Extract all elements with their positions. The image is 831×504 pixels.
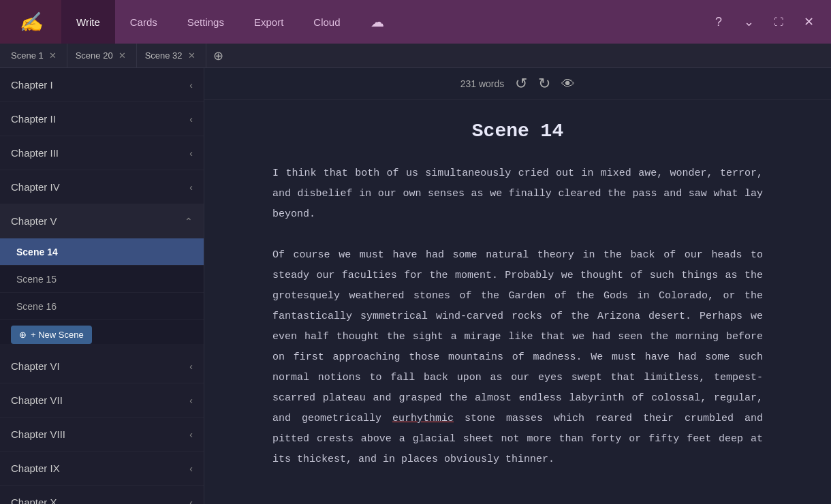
scene16-label: Scene 16	[16, 301, 57, 312]
new-scene-label: + New Scene	[31, 330, 84, 340]
tabbar: Scene 1 ✕ Scene 20 ✕ Scene 32 ✕ ⊕	[0, 44, 831, 68]
new-scene-icon: ⊕	[19, 330, 27, 340]
tab-scene20-close[interactable]: ✕	[117, 50, 128, 61]
chapter3-label: Chapter III	[11, 147, 59, 159]
tab-scene32[interactable]: Scene 32 ✕	[137, 44, 206, 68]
scene15-label: Scene 15	[16, 274, 57, 285]
sidebar-item-chapter7[interactable]: Chapter VII ‹	[0, 383, 204, 418]
fullscreen-icon: ⛶	[774, 16, 783, 27]
chapter9-arrow: ‹	[189, 463, 193, 474]
sidebar-item-chapter2[interactable]: Chapter II ‹	[0, 102, 204, 136]
nav-tabs: Write Cards Settings Export Cloud ☁	[61, 0, 399, 44]
close-icon: ✕	[804, 14, 814, 29]
chapter1-label: Chapter I	[11, 79, 53, 91]
minimize-icon: ⌄	[744, 14, 754, 29]
chapter7-arrow: ‹	[189, 395, 193, 406]
tab-scene1-label: Scene 1	[11, 50, 44, 61]
topbar-icons: ? ⌄ ⛶ ✕	[706, 9, 831, 35]
word-count: 231 words	[460, 78, 505, 89]
chapter4-label: Chapter IV	[11, 181, 60, 193]
chapter8-label: Chapter VIII	[11, 428, 65, 440]
chapter2-label: Chapter II	[11, 113, 56, 125]
redo-button[interactable]: ↻	[538, 75, 550, 93]
nav-cards[interactable]: Cards	[115, 0, 172, 44]
sidebar-item-chapter9[interactable]: Chapter IX ‹	[0, 452, 204, 486]
sidebar-item-chapter5[interactable]: Chapter V ⌃	[0, 204, 204, 238]
chapter1-arrow: ‹	[189, 80, 193, 91]
sidebar-item-chapter10[interactable]: Chapter X ‹	[0, 486, 204, 504]
nav-cloud-icon[interactable]: ☁	[356, 0, 399, 44]
undo-button[interactable]: ↺	[515, 75, 527, 93]
chapter5-label: Chapter V	[11, 215, 57, 227]
tab-scene1[interactable]: Scene 1 ✕	[3, 44, 67, 68]
chapter4-arrow: ‹	[189, 182, 193, 193]
content-toolbar: 231 words ↺ ↻ 👁	[204, 68, 831, 100]
new-scene-button[interactable]: ⊕ + New Scene	[11, 326, 92, 344]
sidebar-item-chapter1[interactable]: Chapter I ‹	[0, 68, 204, 102]
close-button[interactable]: ✕	[796, 9, 821, 35]
sidebar-item-chapter8[interactable]: Chapter VIII ‹	[0, 418, 204, 452]
app-logo-icon: ✍	[19, 11, 43, 33]
sidebar: Chapter I ‹ Chapter II ‹ Chapter III ‹ C…	[0, 68, 204, 504]
scene-title: Scene 14	[272, 121, 763, 142]
chapter10-label: Chapter X	[11, 497, 57, 504]
tab-scene32-label: Scene 32	[145, 50, 183, 61]
fullscreen-button[interactable]: ⛶	[766, 9, 791, 35]
sidebar-item-chapter6[interactable]: Chapter VI ‹	[0, 349, 204, 383]
tab-scene1-close[interactable]: ✕	[48, 50, 59, 61]
chapter2-arrow: ‹	[189, 114, 193, 125]
content-area: 231 words ↺ ↻ 👁 Scene 14 I think that bo…	[204, 68, 831, 504]
scene14-label: Scene 14	[16, 247, 58, 257]
sidebar-item-chapter4[interactable]: Chapter IV ‹	[0, 170, 204, 204]
nav-settings[interactable]: Settings	[172, 0, 239, 44]
chapter6-label: Chapter VI	[11, 360, 60, 372]
preview-button[interactable]: 👁	[561, 76, 575, 92]
help-button[interactable]: ?	[706, 9, 732, 35]
chapter9-label: Chapter IX	[11, 462, 60, 474]
add-tab-button[interactable]: ⊕	[206, 44, 230, 68]
nav-cloud[interactable]: Cloud	[298, 0, 355, 44]
tab-scene20-label: Scene 20	[76, 50, 113, 61]
help-icon: ?	[715, 15, 722, 29]
app-logo: ✍	[0, 0, 61, 44]
tab-scene20[interactable]: Scene 20 ✕	[67, 44, 137, 68]
chapter3-arrow: ‹	[189, 148, 193, 159]
chapter7-label: Chapter VII	[11, 394, 63, 406]
chapter6-arrow: ‹	[189, 361, 193, 372]
scene-item-16[interactable]: Scene 16	[0, 293, 204, 320]
main-layout: Chapter I ‹ Chapter II ‹ Chapter III ‹ C…	[0, 68, 831, 504]
minimize-button[interactable]: ⌄	[736, 9, 762, 35]
topbar: ✍ Write Cards Settings Export Cloud ☁ ? …	[0, 0, 831, 44]
scene-item-14[interactable]: Scene 14	[0, 238, 204, 266]
chapter10-arrow: ‹	[189, 497, 193, 505]
nav-write[interactable]: Write	[61, 0, 115, 44]
chapter8-arrow: ‹	[189, 429, 193, 440]
chapter5-scenes: Scene 14 Scene 15 Scene 16 ⊕ + New Scene	[0, 238, 204, 344]
scene-body: Scene 14 I think that both of us simulta…	[259, 100, 777, 504]
chapter5-arrow: ⌃	[185, 216, 193, 227]
tab-scene32-close[interactable]: ✕	[187, 50, 198, 61]
nav-export[interactable]: Export	[239, 0, 298, 44]
sidebar-item-chapter3[interactable]: Chapter III ‹	[0, 136, 204, 170]
scene-item-15[interactable]: Scene 15	[0, 266, 204, 293]
special-word: eurhythmic	[392, 413, 454, 424]
scene-text[interactable]: I think that both of us simultaneously c…	[272, 163, 763, 470]
